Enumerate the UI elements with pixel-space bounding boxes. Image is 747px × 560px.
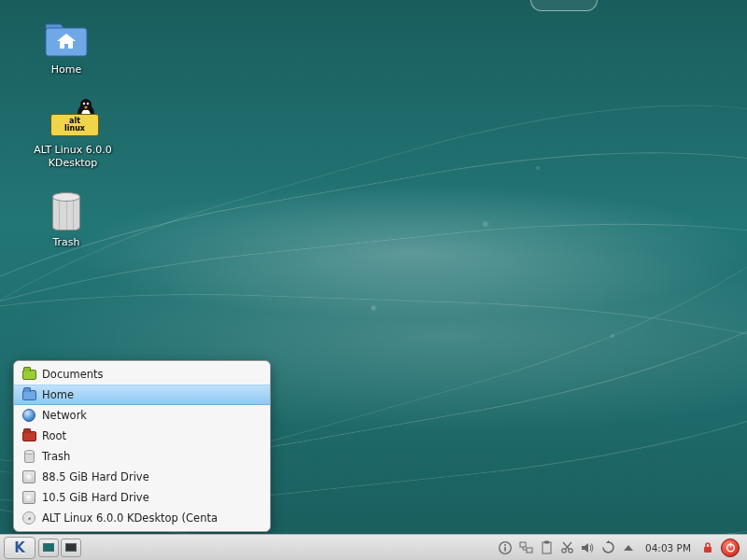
hdd-icon (21, 469, 36, 484)
power-icon (726, 542, 736, 553)
menu-item-hdd-1[interactable]: 88.5 GiB Hard Drive (14, 467, 270, 487)
system-tray: 04:03 PM (494, 539, 743, 557)
svg-rect-15 (543, 542, 551, 553)
clock[interactable]: 04:03 PM (641, 542, 695, 553)
tray-expand-arrow[interactable] (621, 540, 636, 555)
lock-screen-button[interactable] (700, 540, 715, 555)
menu-item-network[interactable]: Network (14, 405, 270, 426)
desktop-icon-label: ALT Linux 6.0.0 KDesktop (26, 144, 120, 170)
folder-blue-icon (21, 387, 36, 402)
svg-point-12 (504, 544, 506, 546)
svg-rect-16 (544, 541, 549, 544)
menu-item-label: Trash (42, 450, 70, 463)
desktop-icon-trash[interactable]: Trash (26, 189, 106, 249)
hdd-icon (21, 490, 36, 505)
folder-green-icon (21, 367, 36, 382)
svg-rect-13 (520, 542, 526, 547)
menu-item-label: Root (42, 429, 66, 442)
menu-item-root[interactable]: Root (14, 426, 270, 446)
menu-item-label: 10.5 GiB Hard Drive (42, 491, 149, 504)
desktop-icon-home[interactable]: Home (26, 17, 106, 77)
menu-item-label: 88.5 GiB Hard Drive (42, 470, 149, 483)
trash-icon (21, 449, 36, 464)
svg-point-6 (87, 103, 89, 105)
menu-item-trash[interactable]: Trash (14, 446, 270, 467)
menu-item-label: Network (42, 409, 87, 422)
kickoff-menu-button[interactable]: K (4, 537, 35, 559)
folder-red-icon (21, 428, 36, 443)
desktop-icon-label: Home (51, 63, 81, 77)
desktop-icon (43, 543, 54, 552)
menu-item-hdd-2[interactable]: 10.5 GiB Hard Drive (14, 487, 270, 508)
show-desktop-button[interactable] (38, 539, 59, 557)
menu-item-label: Documents (42, 368, 104, 381)
cd-icon (21, 511, 36, 525)
menu-item-label: ALT Linux 6.0.0 KDesktop (Centa (42, 511, 218, 525)
volume-icon[interactable] (580, 540, 595, 555)
desktop-icon-alt-linux[interactable]: alt linux ALT Linux 6.0.0 KDesktop (26, 97, 120, 170)
shutdown-button[interactable] (721, 539, 740, 557)
svg-marker-19 (582, 543, 588, 553)
svg-rect-11 (504, 547, 506, 552)
network-icon[interactable] (518, 540, 533, 555)
alt-linux-icon: alt linux (50, 97, 95, 142)
clipboard-icon[interactable] (539, 540, 554, 555)
pager-button[interactable] (61, 539, 81, 557)
panel: K 04:03 PM (0, 534, 747, 560)
cashew-widget[interactable] (530, 0, 598, 11)
desktop-icon-label: Trash (52, 236, 79, 249)
menu-item-home[interactable]: Home (14, 385, 270, 405)
menu-item-documents[interactable]: Documents (14, 364, 270, 385)
globe-icon (21, 408, 36, 423)
trash-icon (44, 189, 89, 234)
updates-icon[interactable] (600, 540, 615, 555)
svg-rect-21 (704, 547, 712, 553)
svg-rect-23 (729, 543, 730, 548)
scissors-icon[interactable] (559, 540, 574, 555)
kde-logo-icon: K (14, 539, 25, 556)
svg-point-5 (83, 103, 85, 105)
places-menu: Documents Home Network Root Trash 88.5 G… (13, 360, 271, 532)
info-icon[interactable] (498, 540, 513, 555)
badge-text-line2: linux (64, 125, 85, 133)
menu-item-optical[interactable]: ALT Linux 6.0.0 KDesktop (Centa (14, 508, 270, 528)
desktop-icons-area: Home alt linux ALT Linux 6.0.0 KDesktop (26, 17, 138, 249)
menu-item-label: Home (42, 388, 74, 401)
pager-icon (65, 543, 77, 552)
home-folder-icon (44, 17, 89, 62)
svg-rect-14 (527, 548, 532, 553)
